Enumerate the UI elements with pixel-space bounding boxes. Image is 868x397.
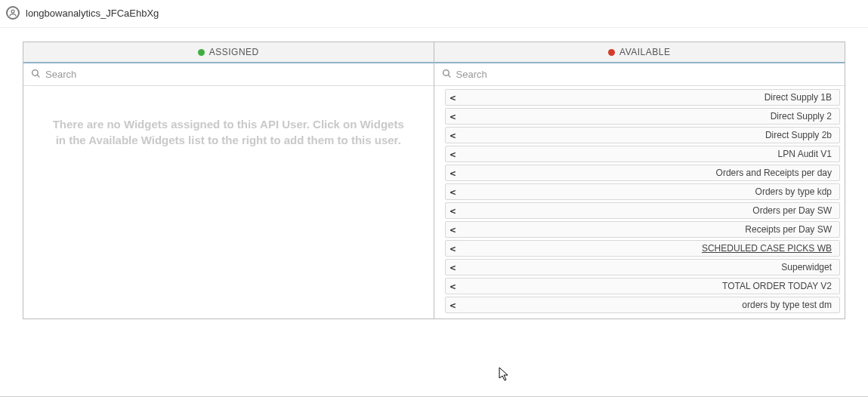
- assigned-status-dot-icon: [198, 49, 205, 56]
- svg-point-3: [443, 69, 449, 75]
- chevron-left-icon: <: [450, 225, 456, 235]
- list-item[interactable]: <Orders by type kdp: [445, 183, 841, 200]
- list-item-label: Direct Supply 2: [771, 111, 832, 122]
- user-icon: [6, 6, 20, 20]
- list-item-label: LPN Audit V1: [778, 149, 832, 159]
- chevron-left-icon: <: [450, 187, 456, 197]
- list-item-label: SCHEDULED CASE PICKS WB: [702, 243, 832, 254]
- list-item[interactable]: <Direct Supply 1B: [445, 89, 841, 106]
- list-item[interactable]: <Receipts per Day SW: [445, 221, 841, 238]
- page-header: longbowanalytics_JFCaEhbXg: [0, 0, 868, 26]
- available-search-row: [434, 63, 845, 86]
- chevron-left-icon: <: [450, 168, 456, 178]
- available-panel-header: AVAILABLE: [434, 42, 845, 63]
- svg-point-1: [32, 69, 39, 75]
- svg-point-0: [11, 10, 14, 13]
- assigned-panel-header: ASSIGNED: [23, 42, 434, 63]
- available-list[interactable]: <Direct Supply 1B<Direct Supply 2<Direct…: [434, 86, 845, 319]
- header-divider: [0, 27, 868, 28]
- available-title: AVAILABLE: [619, 47, 670, 57]
- available-panel-body: <Direct Supply 1B<Direct Supply 2<Direct…: [434, 86, 845, 319]
- search-icon: [442, 69, 452, 81]
- chevron-left-icon: <: [450, 131, 456, 140]
- list-item[interactable]: <LPN Audit V1: [445, 146, 841, 162]
- cursor-icon: [499, 367, 511, 384]
- assigned-title: ASSIGNED: [209, 47, 259, 57]
- chevron-left-icon: <: [450, 206, 456, 216]
- list-item[interactable]: <SCHEDULED CASE PICKS WB: [445, 240, 841, 257]
- list-item[interactable]: <Superwidget: [445, 259, 841, 275]
- list-item[interactable]: <Direct Supply 2: [445, 108, 841, 125]
- list-item-label: Receipts per Day SW: [745, 224, 832, 235]
- chevron-left-icon: <: [450, 93, 456, 103]
- search-icon: [31, 69, 41, 81]
- chevron-left-icon: <: [450, 149, 456, 159]
- dual-list-container: ASSIGNED There are no Widgets assigned t…: [23, 42, 845, 319]
- available-panel: AVAILABLE <Direct Supply 1B<Direct Suppl…: [434, 42, 845, 319]
- svg-line-4: [448, 75, 450, 77]
- list-item-label: TOTAL ORDER TODAY V2: [722, 281, 832, 291]
- list-item[interactable]: <Orders and Receipts per day: [445, 165, 841, 181]
- list-item-label: orders by type test dm: [742, 300, 832, 310]
- list-item-label: Direct Supply 2b: [765, 130, 832, 140]
- list-item-label: Orders per Day SW: [752, 205, 832, 216]
- assigned-search-row: [23, 63, 434, 86]
- list-item[interactable]: <orders by type test dm: [445, 297, 841, 313]
- chevron-left-icon: <: [450, 300, 456, 310]
- chevron-left-icon: <: [450, 263, 456, 272]
- list-item-label: Direct Supply 1B: [765, 92, 832, 103]
- assigned-search-input[interactable]: [45, 69, 426, 80]
- chevron-left-icon: <: [450, 112, 456, 122]
- assigned-empty-message: There are no Widgets assigned to this AP…: [23, 86, 434, 178]
- list-item[interactable]: <TOTAL ORDER TODAY V2: [445, 278, 841, 294]
- available-status-dot-icon: [608, 49, 615, 56]
- chevron-left-icon: <: [450, 282, 456, 291]
- chevron-left-icon: <: [450, 244, 456, 254]
- list-item-label: Orders by type kdp: [755, 186, 832, 197]
- list-item-label: Orders and Receipts per day: [716, 168, 832, 178]
- assigned-panel-body: There are no Widgets assigned to this AP…: [23, 86, 434, 319]
- list-item[interactable]: <Direct Supply 2b: [445, 127, 841, 143]
- assigned-panel: ASSIGNED There are no Widgets assigned t…: [23, 42, 434, 319]
- svg-line-2: [37, 75, 39, 77]
- available-search-input[interactable]: [456, 69, 838, 80]
- username-label: longbowanalytics_JFCaEhbXg: [26, 8, 159, 19]
- list-item-label: Superwidget: [781, 262, 832, 272]
- list-item[interactable]: <Orders per Day SW: [445, 202, 841, 219]
